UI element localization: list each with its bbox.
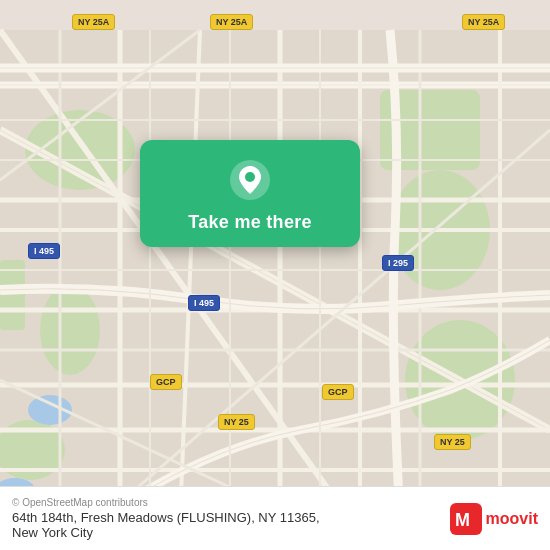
take-me-there-label: Take me there — [188, 212, 312, 233]
address-line1: 64th 184th, Fresh Meadows (FLUSHING), NY… — [12, 510, 320, 525]
highway-badge-ny25-b: NY 25 — [218, 414, 255, 430]
moovit-logo: M moovit — [450, 503, 538, 535]
osm-credit: © OpenStreetMap contributors — [12, 497, 320, 508]
highway-badge-gcp-l: GCP — [150, 374, 182, 390]
moovit-icon: M — [450, 503, 482, 535]
bottom-bar: © OpenStreetMap contributors 64th 184th,… — [0, 486, 550, 550]
svg-point-2 — [40, 285, 100, 375]
address-section: © OpenStreetMap contributors 64th 184th,… — [12, 497, 320, 540]
map-svg — [0, 0, 550, 550]
address-line2: New York City — [12, 525, 320, 540]
location-pin-icon — [228, 158, 272, 202]
svg-text:M: M — [455, 510, 470, 530]
svg-point-41 — [245, 172, 255, 182]
highway-badge-i295: I 295 — [382, 255, 414, 271]
highway-badge-ny25-br2: NY 25 — [434, 434, 471, 450]
highway-badge-i495-l: I 495 — [28, 243, 60, 259]
highway-badge-gcp-r: GCP — [322, 384, 354, 400]
take-me-there-button[interactable]: Take me there — [140, 140, 360, 247]
moovit-text: moovit — [486, 510, 538, 528]
highway-badge-ny25a-tl: NY 25A — [72, 14, 115, 30]
map-container: NY 25A NY 25A NY 25A I 495 I 495 I 295 N… — [0, 0, 550, 550]
highway-badge-ny25a-tc: NY 25A — [210, 14, 253, 30]
highway-badge-i495-c: I 495 — [188, 295, 220, 311]
highway-badge-ny25a-tr: NY 25A — [462, 14, 505, 30]
